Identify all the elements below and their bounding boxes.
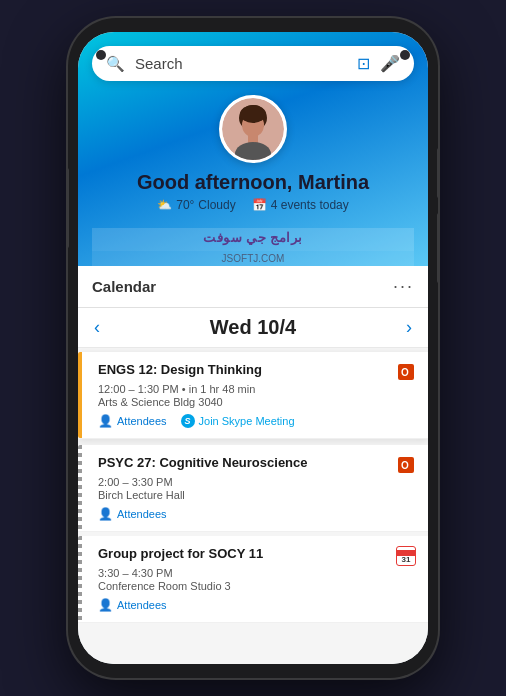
event-actions-2: 👤 Attendees bbox=[98, 507, 416, 521]
search-icon: 🔍 bbox=[106, 55, 125, 73]
skype-logo-icon: S bbox=[181, 414, 195, 428]
office-icon-2: O bbox=[396, 455, 416, 475]
table-row[interactable]: PSYC 27: Cognitive Neuroscience O 2:00 –… bbox=[78, 445, 428, 532]
event-actions-3: 👤 Attendees bbox=[98, 598, 416, 612]
attendees-button-2[interactable]: 👤 Attendees bbox=[98, 507, 167, 521]
table-row[interactable]: Group project for SOCY 11 31 3:30 – 4:30… bbox=[78, 536, 428, 623]
attendees-button-3[interactable]: 👤 Attendees bbox=[98, 598, 167, 612]
event-title-3: Group project for SOCY 11 bbox=[98, 546, 396, 561]
screen-content: 🔍 Search ⊡ 🎤 bbox=[78, 32, 428, 664]
calendar-title: Calendar bbox=[92, 278, 156, 295]
camera-left bbox=[96, 50, 106, 60]
greeting-area: Good afternoon, Martina ⛅ 70° Cloudy 📅 4… bbox=[92, 95, 414, 228]
event-time-2: 2:00 – 3:30 PM bbox=[98, 476, 416, 488]
event-content-1: ENGS 12: Design Thinking O 12:00 – 1:30 … bbox=[90, 362, 416, 428]
attendees-label-3: Attendees bbox=[117, 599, 167, 611]
weather-item: ⛅ 70° Cloudy bbox=[157, 198, 236, 212]
attendees-button-1[interactable]: 👤 Attendees bbox=[98, 414, 167, 428]
cloud-icon: ⛅ bbox=[157, 198, 172, 212]
events-count: 4 events today bbox=[271, 198, 349, 212]
volume-button bbox=[437, 213, 438, 283]
event-location-3: Conference Room Studio 3 bbox=[98, 580, 416, 592]
camera-right bbox=[400, 50, 410, 60]
next-date-button[interactable]: › bbox=[406, 317, 412, 338]
events-list: ENGS 12: Design Thinking O 12:00 – 1:30 … bbox=[78, 348, 428, 664]
svg-text:O: O bbox=[401, 460, 409, 471]
event-accent-2 bbox=[78, 445, 82, 531]
avatar bbox=[219, 95, 287, 163]
calendar-31-icon: 31 bbox=[396, 546, 416, 566]
event-top-row-1: ENGS 12: Design Thinking O bbox=[98, 362, 416, 382]
event-top-row-2: PSYC 27: Cognitive Neuroscience O bbox=[98, 455, 416, 475]
search-input-label[interactable]: Search bbox=[135, 55, 357, 72]
event-accent-1 bbox=[78, 352, 82, 438]
attendees-label-1: Attendees bbox=[117, 415, 167, 427]
top-area: 🔍 Search ⊡ 🎤 bbox=[78, 32, 428, 266]
event-title-2: PSYC 27: Cognitive Neuroscience bbox=[98, 455, 396, 470]
prev-date-button[interactable]: ‹ bbox=[94, 317, 100, 338]
event-content-3: Group project for SOCY 11 31 3:30 – 4:30… bbox=[90, 546, 416, 612]
phone-device: 🔍 Search ⊡ 🎤 bbox=[68, 18, 438, 678]
event-location-1: Arts & Science Bldg 3040 bbox=[98, 396, 416, 408]
event-top-row-3: Group project for SOCY 11 31 bbox=[98, 546, 416, 566]
skype-label-1: Join Skype Meeting bbox=[199, 415, 295, 427]
event-location-2: Birch Lecture Hall bbox=[98, 489, 416, 501]
date-nav: ‹ Wed 10/4 › bbox=[78, 308, 428, 348]
event-title-1: ENGS 12: Design Thinking bbox=[98, 362, 396, 377]
event-accent-3 bbox=[78, 536, 82, 622]
mic-icon[interactable]: 🎤 bbox=[380, 54, 400, 73]
svg-text:O: O bbox=[401, 367, 409, 378]
event-content-2: PSYC 27: Cognitive Neuroscience O 2:00 –… bbox=[90, 455, 416, 521]
power-button bbox=[437, 148, 438, 198]
attendees-label-2: Attendees bbox=[117, 508, 167, 520]
event-time-3: 3:30 – 4:30 PM bbox=[98, 567, 416, 579]
temperature: 70° bbox=[176, 198, 194, 212]
person-icon-2: 👤 bbox=[98, 507, 113, 521]
more-options-icon[interactable]: ··· bbox=[393, 276, 414, 297]
search-right-icons: ⊡ 🎤 bbox=[357, 54, 400, 73]
weather-events-row: ⛅ 70° Cloudy 📅 4 events today bbox=[157, 198, 349, 212]
phone-screen: 🔍 Search ⊡ 🎤 bbox=[78, 32, 428, 664]
event-time-1: 12:00 – 1:30 PM • in 1 hr 48 min bbox=[98, 383, 416, 395]
watermark-arabic: برامج جي سوفت bbox=[92, 228, 414, 251]
calendar-icon-small: 📅 bbox=[252, 198, 267, 212]
svg-rect-4 bbox=[248, 135, 258, 143]
greeting-text: Good afternoon, Martina bbox=[137, 171, 369, 194]
left-button bbox=[68, 168, 69, 248]
person-icon-3: 👤 bbox=[98, 598, 113, 612]
watermark-domain: JSOFTJ.COM bbox=[92, 251, 414, 266]
scan-icon[interactable]: ⊡ bbox=[357, 54, 370, 73]
condition: Cloudy bbox=[198, 198, 235, 212]
calendar-section: Calendar ··· ‹ Wed 10/4 › bbox=[78, 266, 428, 664]
current-date: Wed 10/4 bbox=[210, 316, 296, 339]
cal-num: 31 bbox=[402, 556, 411, 565]
calendar-header: Calendar ··· bbox=[78, 266, 428, 308]
table-row[interactable]: ENGS 12: Design Thinking O 12:00 – 1:30 … bbox=[78, 352, 428, 439]
search-bar[interactable]: 🔍 Search ⊡ 🎤 bbox=[92, 46, 414, 81]
svg-point-3 bbox=[240, 105, 266, 123]
event-actions-1: 👤 Attendees S Join Skype Meeting bbox=[98, 414, 416, 428]
person-icon-1: 👤 bbox=[98, 414, 113, 428]
skype-button-1[interactable]: S Join Skype Meeting bbox=[181, 414, 295, 428]
events-item: 📅 4 events today bbox=[252, 198, 349, 212]
office-icon-1: O bbox=[396, 362, 416, 382]
